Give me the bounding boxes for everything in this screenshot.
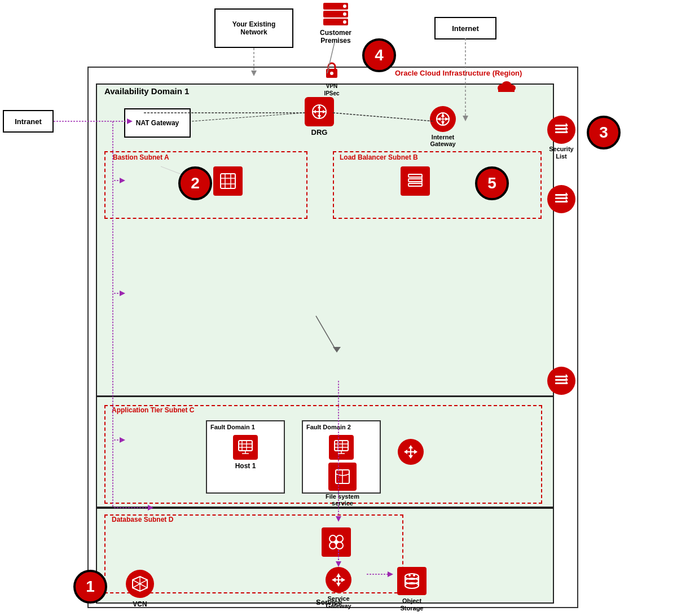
object-storage-icon — [397, 567, 427, 595]
drg-element: DRG — [305, 97, 334, 137]
svg-point-32 — [343, 5, 346, 8]
svg-point-88 — [335, 540, 338, 544]
file-system-icon — [328, 463, 357, 491]
availability-domain-title: Availability Domain 1 — [104, 86, 189, 96]
svg-rect-55 — [221, 174, 235, 188]
customer-premises-icon — [321, 3, 350, 27]
svg-point-104 — [408, 574, 411, 577]
object-storage-svg — [403, 572, 421, 590]
svg-rect-122 — [555, 382, 568, 384]
load-balancer-icon — [407, 173, 424, 190]
security-list-1-icon — [547, 116, 575, 144]
db-subnet-label: Database Subnet D — [112, 516, 173, 523]
internet-label: Internet — [452, 24, 479, 33]
svg-rect-71 — [335, 441, 348, 451]
vpn-label: VPNIPSec — [309, 82, 354, 97]
lb-icon — [401, 166, 430, 196]
app-tier-label: Application Tier Subnet C — [112, 406, 194, 414]
host-2-svg-icon — [333, 439, 349, 455]
number-3-circle: 3 — [587, 116, 621, 149]
internet-box: Internet — [434, 17, 496, 39]
svg-rect-120 — [555, 376, 568, 377]
nat-gateway-label: NAT Gateway — [136, 119, 179, 127]
svg-rect-114 — [555, 194, 568, 196]
number-1-circle: 1 — [73, 570, 107, 604]
svg-rect-61 — [408, 179, 422, 182]
svg-point-36 — [330, 72, 333, 75]
svg-point-105 — [413, 574, 415, 577]
svg-rect-116 — [555, 201, 568, 203]
customer-premises-label: Customer Premises — [307, 29, 364, 45]
gateway-arrow-icon — [435, 111, 451, 127]
security-list-svg — [553, 121, 570, 138]
security-list-3-icon — [547, 367, 575, 395]
svg-rect-60 — [408, 174, 422, 177]
bastion-host-icon — [213, 166, 243, 196]
number-3: 3 — [599, 124, 608, 142]
db-icon — [322, 527, 351, 557]
svg-rect-40 — [498, 88, 515, 92]
diagram-container: Your Existing Network Internet Intranet … — [0, 0, 677, 616]
cloud-icon — [496, 80, 516, 93]
security-list-2 — [547, 185, 575, 213]
fault-domain-1-title: Fault Domain 1 — [207, 421, 284, 433]
nat-gateway-box: NAT Gateway — [124, 108, 191, 138]
svg-rect-115 — [555, 197, 568, 199]
drg-icon — [311, 103, 328, 120]
move-icon — [398, 439, 424, 465]
service-gw-svg-icon — [331, 572, 346, 588]
number-5-circle: 5 — [475, 166, 509, 200]
customer-premises: Customer Premises — [307, 3, 364, 45]
vcn-element: VCN — [117, 570, 162, 608]
oracle-cloud-icon — [496, 80, 516, 95]
object-storage: ObjectStorage — [389, 567, 434, 612]
svg-point-34 — [343, 20, 346, 24]
svg-rect-108 — [555, 125, 568, 126]
number-5: 5 — [487, 174, 496, 192]
drg-label: DRG — [305, 128, 334, 137]
bastion-subnet-label: Bastion Subnet A — [113, 153, 169, 161]
host-1-icon — [233, 435, 258, 460]
service-gateway-icon — [326, 567, 351, 593]
security-list-1-label: SecurityList — [547, 146, 575, 160]
file-system-service: File system service — [320, 463, 365, 507]
svg-rect-121 — [555, 379, 568, 381]
svg-rect-64 — [239, 441, 252, 451]
vpn-ipsec: VPNIPSec — [309, 62, 354, 97]
svg-point-33 — [343, 12, 346, 16]
svg-rect-110 — [555, 131, 568, 133]
fault-domain-1-box: Fault Domain 1 Host 1 — [206, 420, 285, 494]
security-list-3-svg — [553, 372, 570, 389]
host-icon — [238, 439, 253, 455]
number-2: 2 — [191, 174, 200, 192]
your-existing-network-label: Your Existing Network — [232, 20, 275, 36]
drg-icon-box — [305, 97, 334, 126]
security-list-2-svg — [553, 191, 570, 208]
internet-gateway-icon — [430, 106, 456, 132]
number-4-circle: 4 — [362, 38, 396, 72]
vcn-icon — [126, 570, 154, 598]
vcn-svg-icon — [131, 575, 148, 592]
intranet-box: Intranet — [3, 110, 54, 133]
file-system-label: File system service — [320, 493, 365, 507]
bastion-grid-icon — [219, 173, 236, 190]
lb-subnet-label: Load Balancer Subnet B — [340, 153, 418, 161]
svg-rect-62 — [408, 183, 422, 186]
database-icon — [327, 533, 345, 551]
security-list-1: SecurityList — [547, 116, 575, 160]
intranet-label: Intranet — [15, 117, 42, 126]
security-list-3 — [547, 367, 575, 395]
vpn-lock-icon — [323, 62, 340, 80]
internet-gateway-label: InternetGateway — [430, 134, 456, 147]
number-1: 1 — [86, 578, 95, 596]
move-arrows-icon — [403, 444, 419, 460]
object-storage-label: ObjectStorage — [389, 597, 434, 612]
service-label: Service — [316, 598, 342, 606]
fault-domain-2-title: Fault Domain 2 — [303, 421, 380, 433]
security-list-2-icon — [547, 185, 575, 213]
lb-subnet-box — [333, 151, 542, 219]
oracle-region-label: Oracle Cloud Infrastructure (Region) — [395, 69, 522, 77]
host-2-icon — [329, 435, 354, 460]
number-2-circle: 2 — [178, 166, 212, 200]
vcn-label: VCN — [117, 600, 162, 608]
